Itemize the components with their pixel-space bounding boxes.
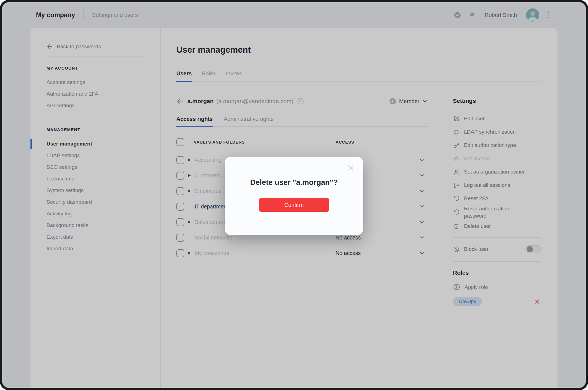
confirm-button[interactable]: Confirm bbox=[259, 198, 329, 212]
close-icon[interactable] bbox=[347, 164, 355, 172]
page: My company Settings and users Robert Smi… bbox=[2, 2, 586, 388]
app-window: My company Settings and users Robert Smi… bbox=[0, 0, 588, 390]
delete-user-modal: Delete user "a.morgan"? Confirm bbox=[225, 157, 363, 235]
modal-title: Delete user "a.morgan"? bbox=[225, 178, 363, 187]
